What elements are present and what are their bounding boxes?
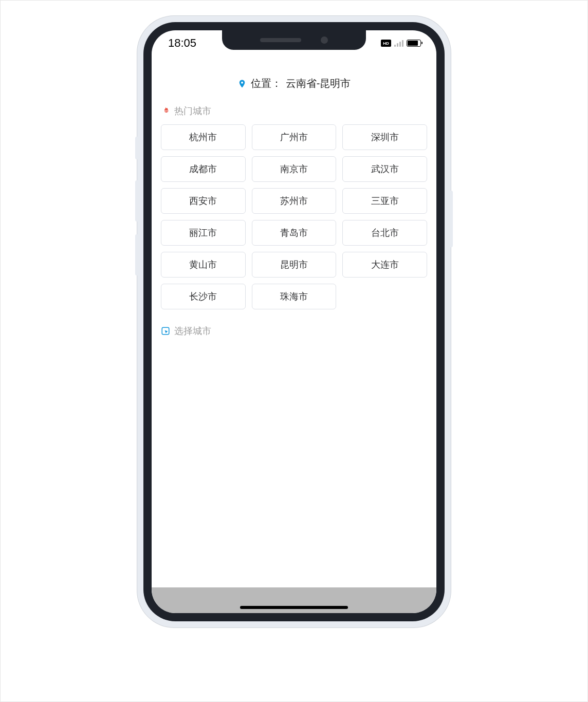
phone-notch [222, 30, 366, 50]
svg-point-0 [241, 81, 243, 83]
hd-badge-icon: HD [381, 40, 391, 47]
city-option[interactable]: 成都市 [161, 156, 246, 182]
city-option[interactable]: 广州市 [252, 124, 337, 150]
home-indicator[interactable] [240, 606, 348, 609]
hot-cities-title: 热门城市 [174, 105, 211, 117]
city-option[interactable]: 南京市 [252, 156, 337, 182]
select-city-title: 选择城市 [174, 325, 211, 337]
location-value: 云南省-昆明市 [286, 77, 351, 90]
status-icons: HD [381, 40, 421, 47]
signal-icon [394, 40, 403, 47]
city-option[interactable]: 三亚市 [342, 188, 427, 214]
city-option[interactable]: 长沙市 [161, 284, 246, 309]
power-button [450, 191, 453, 247]
location-label: 位置： [251, 77, 282, 90]
volume-up-button [135, 180, 138, 221]
volume-down-button [135, 234, 138, 275]
city-option[interactable]: 深圳市 [342, 124, 427, 150]
speaker-grill [260, 38, 301, 42]
city-option[interactable]: 昆明市 [252, 252, 337, 278]
current-location[interactable]: 位置： 云南省-昆明市 [159, 77, 429, 90]
status-time: 18:05 [168, 36, 196, 50]
location-pin-icon [237, 78, 247, 89]
phone-device: 18:05 HD 位置： 云南省-昆明市 HOT [143, 22, 445, 621]
hot-cities-header: HOT 热门城市 [161, 105, 427, 117]
city-option[interactable]: 武汉市 [342, 156, 427, 182]
city-option[interactable]: 台北市 [342, 220, 427, 246]
hot-city-grid: 杭州市广州市深圳市成都市南京市武汉市西安市苏州市三亚市丽江市青岛市台北市黄山市昆… [159, 124, 429, 309]
city-option[interactable]: 大连市 [342, 252, 427, 278]
front-camera [321, 36, 328, 44]
hot-icon: HOT [161, 106, 170, 116]
city-option[interactable]: 黄山市 [161, 252, 246, 278]
city-option[interactable]: 苏州市 [252, 188, 337, 214]
side-button [135, 137, 138, 159]
phone-frame: 18:05 HD 位置： 云南省-昆明市 HOT [137, 16, 451, 627]
city-option[interactable]: 西安市 [161, 188, 246, 214]
select-city-header[interactable]: 选择城市 [161, 325, 427, 337]
bottom-shade [152, 587, 436, 613]
city-option[interactable]: 青岛市 [252, 220, 337, 246]
svg-text:HOT: HOT [163, 110, 168, 113]
battery-icon [407, 40, 421, 47]
city-option[interactable]: 丽江市 [161, 220, 246, 246]
cursor-select-icon [161, 326, 170, 336]
content-area[interactable]: 位置： 云南省-昆明市 HOT 热门城市 杭州市广州市深圳市成都市南京市武汉市西… [152, 56, 436, 613]
city-option[interactable]: 珠海市 [252, 284, 337, 309]
city-option[interactable]: 杭州市 [161, 124, 246, 150]
phone-screen: 18:05 HD 位置： 云南省-昆明市 HOT [152, 30, 436, 613]
